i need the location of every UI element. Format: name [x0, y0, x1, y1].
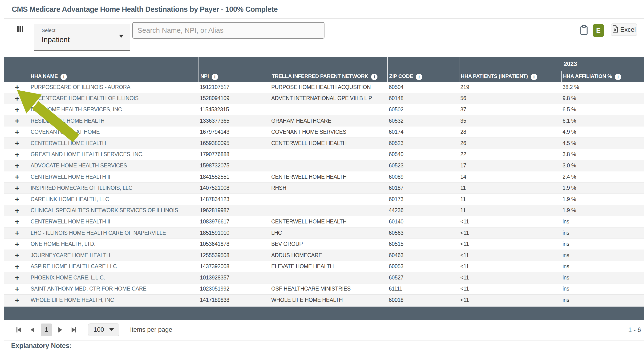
table-row: + INSPIRED HOMECARE OF ILLINOIS, LLC 140… — [4, 182, 644, 194]
parent-network-cell: COVENANT HOME SERVICES — [270, 129, 387, 135]
select-label: Select — [34, 24, 130, 33]
expand-row-button[interactable]: + — [15, 151, 19, 158]
pager-last-page-button[interactable] — [72, 327, 76, 332]
parent-network-cell: GRAHAM HEALTHCARE — [270, 118, 387, 124]
expand-row-button[interactable]: + — [15, 162, 19, 169]
zip-code-cell: 60515 — [387, 241, 459, 247]
hha-patients-cell: <11 — [459, 241, 561, 247]
hha-name-link[interactable]: DMS HOME HEALTH SERVICES, INC — [30, 106, 122, 112]
hha-name-link[interactable]: SAINT ANTHONY MED. CTR FOR HOME CARE — [30, 286, 146, 292]
pager-next-page-button[interactable] — [58, 327, 62, 332]
expand-row-button[interactable]: + — [15, 128, 19, 136]
items-per-page-label: items per page — [130, 326, 172, 334]
pager-page-number[interactable]: 1 — [41, 324, 52, 336]
expand-row-button[interactable]: + — [15, 173, 19, 180]
zip-code-cell: 44236 — [387, 207, 459, 214]
hha-name-link[interactable]: RESIDENTIAL HOME HEALTH — [30, 118, 104, 124]
hha-name-link[interactable]: PURPOSECARE OF ILLINOIS - AURORA — [30, 84, 130, 90]
info-icon[interactable]: i — [60, 74, 67, 80]
column-header-hha-patients[interactable]: HHA PATIENTS (INPATIENT) i — [459, 71, 561, 82]
hha-name-link[interactable]: LHC - ILLINOIS HOME HEALTH CARE OF NAPER… — [30, 230, 166, 236]
expand-row-button[interactable]: + — [15, 207, 19, 214]
zip-code-cell: 60502 — [387, 106, 459, 113]
info-icon[interactable]: i — [416, 74, 422, 80]
hha-name-link[interactable]: ASPIRE HOME HEALTH CARE LLC — [30, 263, 117, 269]
zip-code-cell: 60523 — [387, 162, 459, 169]
table-row: + RESIDENTIAL HOME HEALTH 1336377365 GRA… — [4, 115, 644, 127]
excel-file-icon — [612, 25, 618, 34]
table-row: + PHOENIX HOME CARE, L.L.C. 1013928357 6… — [4, 272, 644, 284]
hha-name-link[interactable]: CARELINK HOME HEALTH, LLC — [30, 196, 109, 202]
info-icon[interactable]: i — [371, 74, 378, 80]
info-icon[interactable]: i — [615, 74, 621, 80]
clipboard-copy-button[interactable] — [580, 25, 588, 36]
zip-code-cell: 60532 — [387, 118, 459, 124]
npi-cell: 1598732075 — [198, 162, 270, 169]
column-header-npi[interactable]: NPI i — [198, 57, 270, 82]
hha-affiliation-cell: 4.5 % — [561, 140, 644, 146]
export-e-button[interactable]: E — [593, 24, 604, 37]
column-header-parent-network[interactable]: TRELLA INFERRED PARENT NETWORK i — [270, 57, 387, 82]
hha-patients-cell: 11 — [459, 185, 561, 191]
table-row: + CENTERWELL HOME HEALTH II 1083976617 C… — [4, 216, 644, 228]
hha-name-link[interactable]: INSPIRED HOMECARE OF ILLINOIS, LLC — [30, 185, 132, 191]
column-chooser-icon[interactable] — [17, 26, 23, 32]
expand-row-button[interactable]: + — [15, 83, 19, 91]
pager-previous-page-button[interactable] — [30, 327, 34, 332]
hha-affiliation-cell: 1.9 % — [561, 196, 644, 202]
hha-name-link[interactable]: ONE HOME HEALTH, LTD. — [30, 241, 95, 247]
expand-row-button[interactable]: + — [15, 140, 19, 147]
page-size-select[interactable]: 100 — [88, 324, 120, 336]
column-group-header-2023: 2023 — [459, 57, 644, 71]
expand-row-button[interactable]: + — [15, 252, 19, 259]
expand-row-button[interactable]: + — [15, 184, 19, 192]
expand-row-button[interactable]: + — [15, 285, 19, 293]
expand-row-button[interactable]: + — [15, 296, 19, 304]
search-input[interactable] — [132, 22, 324, 38]
info-icon[interactable]: i — [531, 74, 537, 80]
npi-cell: 1336377365 — [198, 118, 270, 124]
chevron-down-icon — [119, 34, 124, 38]
expand-row-button[interactable]: + — [15, 218, 19, 225]
hha-name-link[interactable]: COVENANTCARE AT HOME — [30, 129, 100, 135]
npi-cell: 1851591010 — [198, 230, 270, 236]
hha-name-link[interactable]: CLINICAL SPECIALTIES NETWORK SERVICES OF… — [30, 207, 178, 213]
excel-export-button[interactable]: Excel — [611, 24, 637, 36]
expand-row-button[interactable]: + — [15, 263, 19, 270]
expand-row-button[interactable]: + — [15, 95, 19, 102]
npi-cell: 1962819987 — [198, 207, 270, 214]
hha-name-link[interactable]: WHOLE LIFE HOME HEALTH, INC — [30, 297, 114, 303]
expand-row-button[interactable]: + — [15, 274, 19, 281]
payer-select-dropdown[interactable]: Select Inpatient — [34, 24, 130, 50]
table-row: + JOURNEYCARE HOME HEALTH 1255539508 ADD… — [4, 250, 644, 261]
expand-row-button[interactable]: + — [15, 196, 19, 203]
zip-code-cell: 60148 — [387, 95, 459, 102]
excel-label: Excel — [620, 26, 636, 34]
table-row: + CENTERWELL HOME HEALTH 1659380095 CENT… — [4, 138, 644, 149]
hha-affiliation-cell: ins — [561, 286, 644, 292]
expand-row-button[interactable]: + — [15, 106, 19, 113]
hha-name-link[interactable]: JOURNEYCARE HOME HEALTH — [30, 252, 110, 258]
hha-name-link[interactable]: CENTERWELL HOME HEALTH II — [30, 174, 110, 180]
pager-first-page-button[interactable] — [16, 327, 21, 332]
info-icon[interactable]: i — [212, 74, 218, 80]
parent-network-cell: OSF HEALTHCARE MINISTRIES — [270, 286, 387, 292]
page-title: CMS Medicare Advantage Home Health Desti… — [0, 0, 644, 14]
expand-row-button[interactable]: + — [15, 229, 19, 237]
column-header-zip-code[interactable]: ZIP CODE i — [387, 57, 459, 82]
npi-cell: 1053641878 — [198, 241, 270, 247]
column-header-hha-name[interactable]: HHA NAME i — [4, 57, 198, 82]
zip-code-cell: 60187 — [387, 185, 459, 191]
hha-name-link[interactable]: GREATLAND HOME HEALTH SERVICES, INC. — [30, 151, 144, 157]
expand-row-button[interactable]: + — [15, 240, 19, 248]
hha-name-link[interactable]: CENTERWELL HOME HEALTH — [30, 140, 106, 146]
explanatory-notes-heading: Explanatory Notes: — [11, 342, 72, 350]
hha-name-link[interactable]: CENTERWELL HOME HEALTH II — [30, 218, 110, 224]
hha-name-link[interactable]: ADVOCATE HOME HEALTH SERVICES — [30, 162, 127, 168]
column-header-hha-affiliation[interactable]: HHA AFFILIATION % i — [561, 71, 644, 82]
expand-row-button[interactable]: + — [15, 117, 19, 124]
hha-name-link[interactable]: ACCENTCARE HOME HEALTH OF ILLINOIS — [30, 95, 138, 101]
hha-name-link[interactable]: PHOENIX HOME CARE, L.L.C. — [30, 274, 105, 281]
npi-cell: 1407521008 — [198, 185, 270, 191]
hha-patients-cell: <11 — [459, 274, 561, 281]
